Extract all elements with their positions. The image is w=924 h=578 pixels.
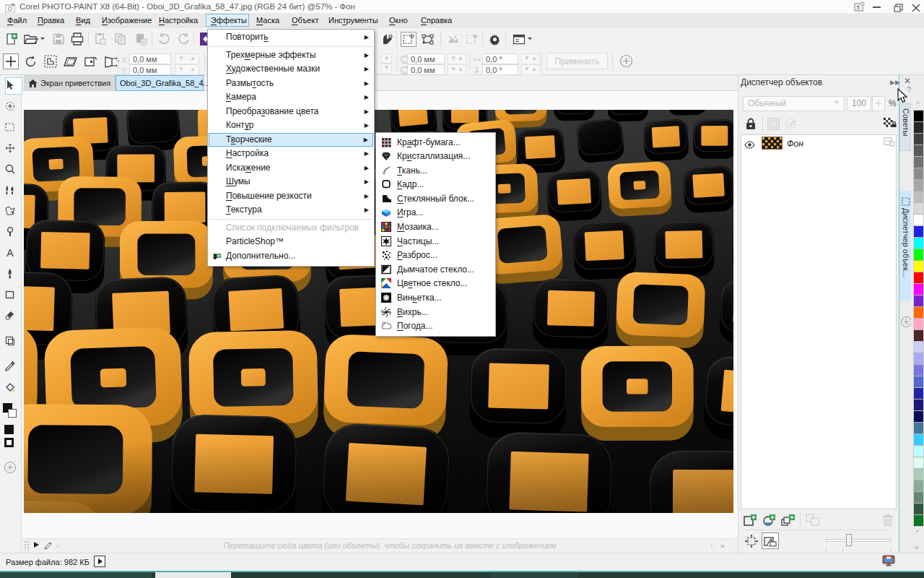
svg-text:y: y <box>404 69 406 74</box>
svg-text:A: A <box>6 247 14 259</box>
svg-text:x: x <box>404 59 406 63</box>
